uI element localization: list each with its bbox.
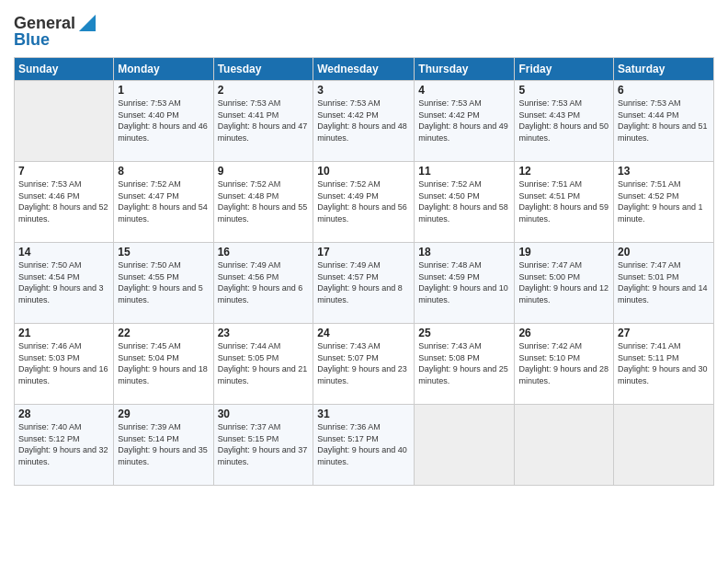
calendar-cell: 21Sunrise: 7:46 AM Sunset: 5:03 PM Dayli… — [15, 324, 114, 405]
day-number: 3 — [317, 84, 410, 97]
svg-marker-1 — [79, 15, 96, 31]
day-info: Sunrise: 7:36 AM Sunset: 5:17 PM Dayligh… — [317, 421, 410, 467]
calendar-cell: 2Sunrise: 7:53 AM Sunset: 4:41 PM Daylig… — [213, 81, 313, 162]
day-header-sunday: Sunday — [15, 58, 114, 81]
day-info: Sunrise: 7:49 AM Sunset: 4:57 PM Dayligh… — [317, 259, 410, 305]
day-header-tuesday: Tuesday — [213, 58, 313, 81]
calendar-cell — [415, 405, 515, 486]
day-info: Sunrise: 7:52 AM Sunset: 4:47 PM Dayligh… — [118, 178, 209, 224]
day-number: 10 — [317, 165, 410, 178]
calendar-cell: 26Sunrise: 7:42 AM Sunset: 5:10 PM Dayli… — [515, 324, 614, 405]
day-number: 29 — [118, 408, 209, 420]
day-number: 9 — [218, 165, 310, 178]
calendar-cell: 24Sunrise: 7:43 AM Sunset: 5:07 PM Dayli… — [313, 324, 415, 405]
calendar-cell: 9Sunrise: 7:52 AM Sunset: 4:48 PM Daylig… — [213, 162, 313, 243]
day-number: 19 — [518, 246, 609, 259]
calendar-cell: 10Sunrise: 7:52 AM Sunset: 4:49 PM Dayli… — [313, 162, 415, 243]
day-number: 1 — [118, 84, 209, 97]
day-info: Sunrise: 7:52 AM Sunset: 4:50 PM Dayligh… — [418, 178, 510, 224]
calendar-cell: 5Sunrise: 7:53 AM Sunset: 4:43 PM Daylig… — [515, 81, 614, 162]
day-number: 31 — [317, 408, 410, 420]
day-info: Sunrise: 7:43 AM Sunset: 5:08 PM Dayligh… — [418, 340, 510, 386]
day-info: Sunrise: 7:53 AM Sunset: 4:44 PM Dayligh… — [618, 98, 710, 144]
day-header-friday: Friday — [515, 58, 614, 81]
day-info: Sunrise: 7:51 AM Sunset: 4:51 PM Dayligh… — [518, 178, 609, 224]
logo-icon — [77, 13, 97, 33]
day-info: Sunrise: 7:45 AM Sunset: 5:04 PM Dayligh… — [118, 340, 209, 386]
day-number: 25 — [418, 327, 510, 339]
day-info: Sunrise: 7:50 AM Sunset: 4:55 PM Dayligh… — [118, 259, 209, 305]
day-info: Sunrise: 7:53 AM Sunset: 4:46 PM Dayligh… — [18, 178, 109, 224]
day-header-thursday: Thursday — [415, 58, 515, 81]
calendar-cell: 11Sunrise: 7:52 AM Sunset: 4:50 PM Dayli… — [415, 162, 515, 243]
calendar-cell — [515, 405, 614, 486]
calendar-cell: 23Sunrise: 7:44 AM Sunset: 5:05 PM Dayli… — [213, 324, 313, 405]
calendar-cell: 20Sunrise: 7:47 AM Sunset: 5:01 PM Dayli… — [614, 243, 714, 324]
day-info: Sunrise: 7:50 AM Sunset: 4:54 PM Dayligh… — [18, 259, 109, 305]
calendar-cell: 8Sunrise: 7:52 AM Sunset: 4:47 PM Daylig… — [114, 162, 213, 243]
week-row-3: 21Sunrise: 7:46 AM Sunset: 5:03 PM Dayli… — [15, 324, 714, 405]
calendar-cell: 18Sunrise: 7:48 AM Sunset: 4:59 PM Dayli… — [415, 243, 515, 324]
day-number: 4 — [418, 84, 510, 97]
calendar-cell: 13Sunrise: 7:51 AM Sunset: 4:52 PM Dayli… — [614, 162, 714, 243]
day-info: Sunrise: 7:53 AM Sunset: 4:43 PM Dayligh… — [518, 98, 609, 144]
day-number: 30 — [218, 408, 310, 420]
calendar-cell: 3Sunrise: 7:53 AM Sunset: 4:42 PM Daylig… — [313, 81, 415, 162]
calendar-table: SundayMondayTuesdayWednesdayThursdayFrid… — [14, 57, 714, 486]
calendar-cell: 22Sunrise: 7:45 AM Sunset: 5:04 PM Dayli… — [114, 324, 213, 405]
day-number: 22 — [118, 327, 209, 339]
calendar-cell: 6Sunrise: 7:53 AM Sunset: 4:44 PM Daylig… — [614, 81, 714, 162]
day-number: 13 — [618, 165, 710, 178]
calendar-cell: 19Sunrise: 7:47 AM Sunset: 5:00 PM Dayli… — [515, 243, 614, 324]
day-number: 7 — [18, 165, 109, 178]
day-info: Sunrise: 7:49 AM Sunset: 4:56 PM Dayligh… — [218, 259, 310, 305]
calendar-cell: 12Sunrise: 7:51 AM Sunset: 4:51 PM Dayli… — [515, 162, 614, 243]
day-header-wednesday: Wednesday — [313, 58, 415, 81]
header-row: SundayMondayTuesdayWednesdayThursdayFrid… — [15, 58, 714, 81]
day-number: 26 — [518, 327, 609, 339]
calendar-cell: 7Sunrise: 7:53 AM Sunset: 4:46 PM Daylig… — [15, 162, 114, 243]
day-number: 5 — [518, 84, 609, 97]
day-info: Sunrise: 7:52 AM Sunset: 4:49 PM Dayligh… — [317, 178, 410, 224]
day-info: Sunrise: 7:48 AM Sunset: 4:59 PM Dayligh… — [418, 259, 510, 305]
day-number: 15 — [118, 246, 209, 259]
day-number: 18 — [418, 246, 510, 259]
day-info: Sunrise: 7:51 AM Sunset: 4:52 PM Dayligh… — [618, 178, 710, 224]
week-row-2: 14Sunrise: 7:50 AM Sunset: 4:54 PM Dayli… — [15, 243, 714, 324]
calendar-cell: 1Sunrise: 7:53 AM Sunset: 4:40 PM Daylig… — [114, 81, 213, 162]
day-info: Sunrise: 7:40 AM Sunset: 5:12 PM Dayligh… — [18, 421, 109, 467]
day-number: 14 — [18, 246, 109, 259]
day-info: Sunrise: 7:53 AM Sunset: 4:42 PM Dayligh… — [317, 98, 410, 144]
day-header-saturday: Saturday — [614, 58, 714, 81]
day-number: 12 — [518, 165, 609, 178]
day-number: 17 — [317, 246, 410, 259]
week-row-1: 7Sunrise: 7:53 AM Sunset: 4:46 PM Daylig… — [15, 162, 714, 243]
calendar-cell: 28Sunrise: 7:40 AM Sunset: 5:12 PM Dayli… — [15, 405, 114, 486]
day-number: 11 — [418, 165, 510, 178]
calendar-cell: 16Sunrise: 7:49 AM Sunset: 4:56 PM Dayli… — [213, 243, 313, 324]
day-number: 2 — [218, 84, 310, 97]
day-number: 28 — [18, 408, 109, 420]
day-header-monday: Monday — [114, 58, 213, 81]
day-info: Sunrise: 7:53 AM Sunset: 4:42 PM Dayligh… — [418, 98, 510, 144]
day-number: 8 — [118, 165, 209, 178]
week-row-0: 1Sunrise: 7:53 AM Sunset: 4:40 PM Daylig… — [15, 81, 714, 162]
calendar-cell: 30Sunrise: 7:37 AM Sunset: 5:15 PM Dayli… — [213, 405, 313, 486]
calendar-cell: 14Sunrise: 7:50 AM Sunset: 4:54 PM Dayli… — [15, 243, 114, 324]
day-number: 16 — [218, 246, 310, 259]
header: General Blue — [14, 9, 714, 50]
day-info: Sunrise: 7:44 AM Sunset: 5:05 PM Dayligh… — [218, 340, 310, 386]
day-info: Sunrise: 7:47 AM Sunset: 5:01 PM Dayligh… — [618, 259, 710, 305]
day-info: Sunrise: 7:53 AM Sunset: 4:40 PM Dayligh… — [118, 98, 209, 144]
calendar-cell: 15Sunrise: 7:50 AM Sunset: 4:55 PM Dayli… — [114, 243, 213, 324]
day-number: 20 — [618, 246, 710, 259]
week-row-4: 28Sunrise: 7:40 AM Sunset: 5:12 PM Dayli… — [15, 405, 714, 486]
day-number: 24 — [317, 327, 410, 339]
day-info: Sunrise: 7:37 AM Sunset: 5:15 PM Dayligh… — [218, 421, 310, 467]
calendar-cell: 17Sunrise: 7:49 AM Sunset: 4:57 PM Dayli… — [313, 243, 415, 324]
calendar-cell: 4Sunrise: 7:53 AM Sunset: 4:42 PM Daylig… — [415, 81, 515, 162]
day-info: Sunrise: 7:47 AM Sunset: 5:00 PM Dayligh… — [518, 259, 609, 305]
day-info: Sunrise: 7:52 AM Sunset: 4:48 PM Dayligh… — [218, 178, 310, 224]
day-number: 27 — [618, 327, 710, 339]
logo-blue-text: Blue — [14, 30, 50, 50]
